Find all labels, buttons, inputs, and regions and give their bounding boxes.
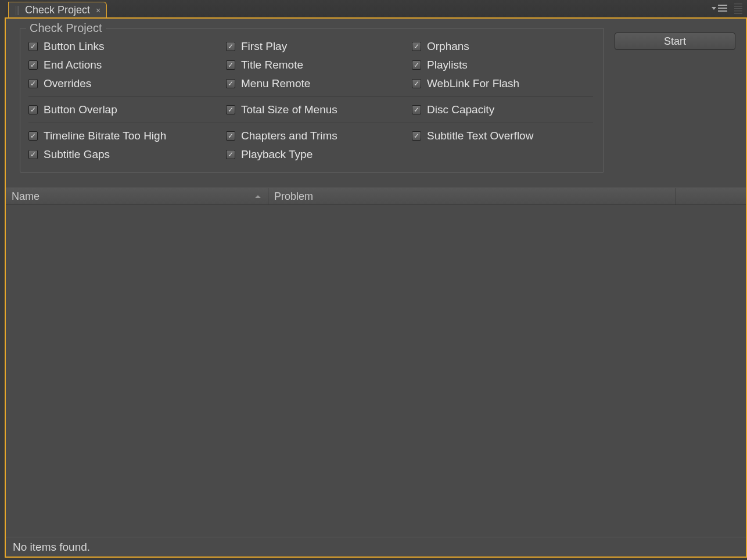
options-row: Check Project ✓Button Links✓First Play✓O… bbox=[6, 19, 746, 177]
checkbox-box: ✓ bbox=[412, 105, 421, 114]
checkmark-icon: ✓ bbox=[30, 80, 36, 87]
checkbox-label: Subtitle Text Overflow bbox=[427, 130, 533, 142]
start-column: Start bbox=[615, 28, 735, 50]
checkbox-disc-capacity[interactable]: ✓Disc Capacity bbox=[410, 100, 595, 119]
check-grid: ✓Button Links✓First Play✓Orphans✓End Act… bbox=[20, 37, 604, 164]
column-problem[interactable]: Problem bbox=[268, 188, 676, 204]
panel-grip-icon[interactable] bbox=[734, 2, 742, 14]
status-bar: No items found. bbox=[6, 537, 746, 557]
checkbox-label: Playlists bbox=[427, 59, 468, 71]
checkbox-weblink-for-flash[interactable]: ✓WebLink For Flash bbox=[410, 74, 595, 93]
checkbox-box: ✓ bbox=[226, 42, 235, 51]
svg-rect-2 bbox=[718, 10, 727, 12]
checkbox-playlists[interactable]: ✓Playlists bbox=[410, 56, 595, 74]
chevron-down-icon bbox=[711, 5, 717, 11]
checkmark-icon: ✓ bbox=[30, 132, 36, 139]
checkmark-icon: ✓ bbox=[414, 62, 419, 69]
checkbox-subtitle-gaps[interactable]: ✓Subtitle Gaps bbox=[26, 145, 224, 164]
checkbox-label: Overrides bbox=[44, 77, 91, 90]
column-name[interactable]: Name bbox=[6, 188, 268, 204]
status-text: No items found. bbox=[13, 541, 90, 554]
checkbox-label: First Play bbox=[241, 40, 287, 53]
results-body bbox=[6, 205, 746, 537]
checkbox-box: ✓ bbox=[226, 60, 235, 70]
separator bbox=[28, 123, 593, 123]
checkmark-icon: ✓ bbox=[228, 151, 234, 158]
checkbox-label: Total Size of Menus bbox=[241, 103, 337, 116]
checkbox-playback-type[interactable]: ✓Playback Type bbox=[224, 145, 410, 164]
checkmark-icon: ✓ bbox=[414, 43, 419, 50]
checkmark-icon: ✓ bbox=[228, 132, 234, 139]
checkbox-timeline-bitrate-too-high[interactable]: ✓Timeline Bitrate Too High bbox=[26, 127, 224, 145]
checkmark-icon: ✓ bbox=[228, 62, 234, 69]
checkbox-label: Title Remote bbox=[241, 59, 303, 71]
checkbox-box: ✓ bbox=[412, 60, 421, 70]
checkbox-box: ✓ bbox=[28, 131, 38, 141]
checkbox-label: Disc Capacity bbox=[427, 103, 494, 116]
checkbox-box: ✓ bbox=[226, 131, 235, 141]
checkbox-chapters-and-trims[interactable]: ✓Chapters and Trims bbox=[224, 127, 410, 145]
checkmark-icon: ✓ bbox=[414, 132, 419, 139]
checkbox-box: ✓ bbox=[28, 105, 38, 114]
checkmark-icon: ✓ bbox=[228, 106, 234, 113]
column-problem-label: Problem bbox=[274, 191, 313, 203]
sort-ascending-icon bbox=[254, 194, 262, 199]
checkbox-label: Chapters and Trims bbox=[241, 130, 337, 142]
menu-lines-icon bbox=[718, 4, 727, 12]
checkbox-orphans[interactable]: ✓Orphans bbox=[410, 37, 595, 56]
checkmark-icon: ✓ bbox=[414, 106, 419, 113]
checkbox-subtitle-text-overflow[interactable]: ✓Subtitle Text Overflow bbox=[410, 127, 595, 145]
start-button-label: Start bbox=[664, 35, 686, 48]
tab-grip-icon bbox=[16, 6, 19, 15]
checkbox-button-links[interactable]: ✓Button Links bbox=[26, 37, 224, 56]
checkbox-box: ✓ bbox=[412, 42, 421, 51]
checkbox-label: Button Overlap bbox=[44, 103, 117, 116]
checkbox-label: WebLink For Flash bbox=[427, 77, 519, 90]
checkbox-menu-remote[interactable]: ✓Menu Remote bbox=[224, 74, 410, 93]
checkbox-label: Menu Remote bbox=[241, 77, 310, 90]
tab-check-project[interactable]: Check Project × bbox=[8, 2, 107, 18]
checkmark-icon: ✓ bbox=[414, 80, 419, 87]
checkbox-label: Orphans bbox=[427, 40, 469, 53]
checkbox-first-play[interactable]: ✓First Play bbox=[224, 37, 410, 56]
checkbox-label: Timeline Bitrate Too High bbox=[44, 130, 166, 142]
checkmark-icon: ✓ bbox=[228, 43, 234, 50]
checkbox-label: End Actions bbox=[44, 59, 102, 71]
svg-rect-0 bbox=[718, 5, 727, 6]
checkbox-end-actions[interactable]: ✓End Actions bbox=[26, 56, 224, 74]
panel-body: Check Project ✓Button Links✓First Play✓O… bbox=[5, 17, 747, 558]
checkbox-box: ✓ bbox=[226, 105, 235, 114]
close-icon[interactable]: × bbox=[95, 6, 102, 15]
checkbox-box: ✓ bbox=[412, 131, 421, 141]
column-spacer[interactable] bbox=[676, 188, 746, 204]
tab-title: Check Project bbox=[25, 4, 90, 16]
checkbox-box: ✓ bbox=[412, 79, 421, 88]
results-header: Name Problem bbox=[6, 188, 746, 205]
checkbox-total-size-of-menus[interactable]: ✓Total Size of Menus bbox=[224, 100, 410, 119]
column-name-label: Name bbox=[12, 191, 39, 203]
checkmark-icon: ✓ bbox=[30, 106, 36, 113]
checkmark-icon: ✓ bbox=[30, 151, 36, 158]
checkbox-box: ✓ bbox=[28, 150, 38, 159]
checkbox-button-overlap[interactable]: ✓Button Overlap bbox=[26, 100, 224, 119]
panel-menu-button[interactable] bbox=[709, 3, 730, 13]
checkbox-box: ✓ bbox=[226, 150, 235, 159]
checkbox-label: Playback Type bbox=[241, 148, 313, 161]
checkbox-box: ✓ bbox=[28, 60, 38, 70]
svg-rect-1 bbox=[718, 8, 727, 9]
group-legend: Check Project bbox=[26, 21, 106, 35]
checkmark-icon: ✓ bbox=[30, 62, 36, 69]
checkbox-overrides[interactable]: ✓Overrides bbox=[26, 74, 224, 93]
checkbox-label: Subtitle Gaps bbox=[44, 148, 110, 161]
checkbox-box: ✓ bbox=[226, 79, 235, 88]
checkbox-box: ✓ bbox=[28, 42, 38, 51]
checkbox-title-remote[interactable]: ✓Title Remote bbox=[224, 56, 410, 74]
separator bbox=[28, 96, 593, 97]
tab-bar-right bbox=[709, 2, 742, 14]
check-project-group: Check Project ✓Button Links✓First Play✓O… bbox=[20, 28, 604, 173]
checkmark-icon: ✓ bbox=[228, 80, 234, 87]
start-button[interactable]: Start bbox=[615, 33, 735, 50]
empty-cell bbox=[410, 145, 595, 164]
results-list: Name Problem No items found. bbox=[6, 188, 746, 557]
checkbox-label: Button Links bbox=[44, 40, 105, 53]
